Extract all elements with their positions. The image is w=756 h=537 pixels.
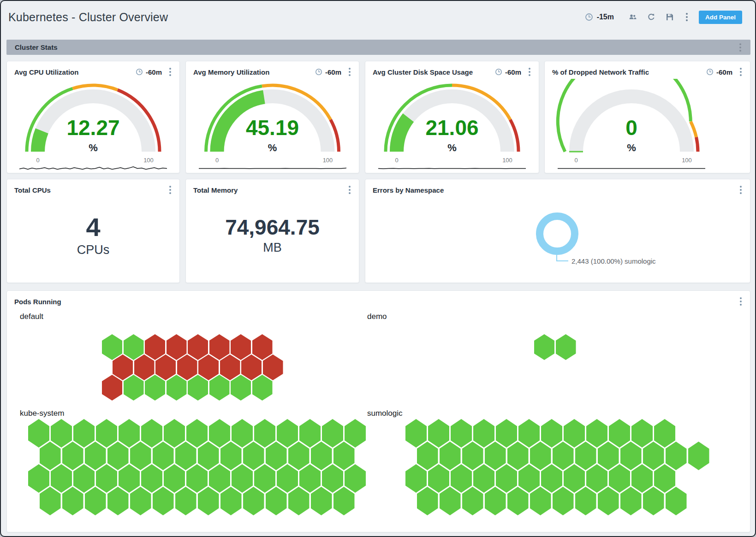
panel-title: Avg Memory Utilization	[193, 68, 269, 76]
pod-hexagon	[145, 334, 165, 360]
pod-hexagon	[188, 375, 208, 401]
pod-hexagon	[155, 354, 176, 380]
pod-hexagon	[518, 464, 540, 493]
svg-text:100: 100	[682, 157, 692, 164]
svg-text:0: 0	[395, 157, 398, 164]
pod-hexagon	[277, 464, 298, 493]
pod-hexagon	[220, 442, 242, 470]
pod-hexagon	[175, 487, 196, 515]
donut-chart	[536, 212, 578, 255]
pod-hexagon	[175, 442, 196, 470]
svg-text:100: 100	[323, 157, 333, 164]
pod-hexagon	[145, 375, 165, 401]
dashboard-time-range[interactable]: -15m	[584, 12, 614, 22]
panel-title: Avg Cluster Disk Space Usage	[373, 68, 473, 76]
pod-hexagon	[141, 464, 162, 493]
panel-time-range[interactable]: -60m	[136, 68, 162, 76]
gauge-chart: 45.19%0100	[186, 79, 359, 165]
pod-hexagon	[73, 419, 95, 448]
pod-hexagon	[209, 375, 230, 401]
pod-hexagon	[51, 464, 72, 493]
pod-hexagon	[254, 419, 275, 448]
pod-hexagon	[130, 442, 151, 470]
panel-total-cpus: Total CPUs 4 CPUs	[6, 179, 180, 283]
pod-hexagon	[620, 487, 642, 515]
pod-hexagon	[96, 464, 117, 493]
pod-hexagon	[252, 334, 273, 360]
pod-hexagon	[553, 487, 574, 515]
panel-menu-icon[interactable]	[167, 67, 174, 77]
honeycomb-chart: defaultdemokube-systemsumologic	[7, 308, 750, 532]
panel-time-range[interactable]: -60m	[315, 68, 341, 76]
panel-time-range[interactable]: -60m	[706, 68, 732, 76]
save-icon[interactable]	[665, 12, 675, 22]
pod-hexagon	[252, 375, 273, 401]
section-title: Cluster Stats	[15, 43, 58, 51]
dashboard-header: Kubernetes - Cluster Overview -15m Add P…	[1, 1, 755, 33]
share-users-icon[interactable]	[628, 12, 638, 22]
namespace-label: sumologic	[367, 409, 403, 418]
pod-hexagon	[134, 354, 155, 380]
svg-text:12.27: 12.27	[66, 116, 119, 140]
dashboard-menu-icon[interactable]	[683, 12, 691, 22]
panel-avg-cpu: Avg CPU Utilization -60m 12.27%0100	[6, 61, 180, 173]
panel-time-range[interactable]: -60m	[495, 68, 521, 76]
panel-menu-icon[interactable]	[526, 67, 533, 77]
pod-hexagon	[311, 442, 332, 470]
refresh-icon[interactable]	[646, 12, 656, 22]
section-menu-icon[interactable]	[737, 42, 744, 53]
add-panel-button[interactable]: Add Panel	[699, 11, 742, 24]
pod-hexagon	[231, 375, 251, 401]
panel-menu-icon[interactable]	[737, 67, 744, 77]
pod-hexagon	[586, 464, 607, 493]
panel-menu-icon[interactable]	[346, 67, 353, 77]
pod-hexagon	[241, 354, 262, 380]
pod-hexagon	[564, 464, 585, 493]
pod-hexagon	[85, 487, 106, 515]
panel-total-memory: Total Memory 74,964.75 MB	[185, 179, 359, 283]
clock-icon	[315, 68, 322, 76]
pod-hexagon	[440, 487, 461, 515]
pod-hexagon	[507, 442, 529, 470]
panel-menu-icon[interactable]	[737, 185, 744, 195]
svg-text:45.19: 45.19	[246, 116, 299, 140]
svg-text:%: %	[89, 142, 98, 153]
pod-hexagon	[609, 419, 630, 448]
panel-title: Errors by Namespace	[373, 186, 444, 194]
pod-hexagon	[609, 464, 630, 493]
pod-hexagon	[73, 464, 95, 493]
pod-hexagon	[288, 442, 310, 470]
section-cluster-stats[interactable]: Cluster Stats	[6, 40, 750, 55]
clock-icon	[706, 68, 714, 76]
pod-hexagon	[51, 419, 72, 448]
pod-hexagon	[311, 487, 332, 515]
pod-hexagon	[485, 487, 506, 515]
clock-icon	[584, 12, 594, 22]
sparkline-chart	[186, 165, 359, 173]
pod-hexagon	[188, 334, 208, 360]
pod-hexagon	[598, 442, 619, 470]
pod-hexagon	[345, 419, 366, 448]
pod-hexagon	[263, 354, 283, 380]
pod-hexagon	[417, 487, 438, 515]
pod-hexagon	[451, 464, 472, 493]
pod-hexagon	[164, 419, 185, 448]
pod-hexagon	[119, 419, 140, 448]
pod-hexagon	[130, 487, 151, 515]
total-memory-unit: MB	[263, 241, 282, 255]
pod-hexagon	[288, 487, 310, 515]
panel-menu-icon[interactable]	[737, 296, 744, 307]
total-cpus-unit: CPUs	[77, 243, 110, 257]
pod-hexagon	[299, 464, 321, 493]
pod-hexagon	[345, 464, 366, 493]
pod-hexagon	[405, 464, 427, 493]
pod-hexagon	[107, 442, 129, 470]
gauge-chart: 0%0100	[545, 79, 718, 165]
pod-hexagon	[113, 354, 133, 380]
pod-hexagon	[534, 334, 554, 360]
panel-pods-running: Pods Running defaultdemokube-systemsumol…	[6, 290, 750, 532]
pod-hexagon	[167, 334, 187, 360]
pod-hexagon	[266, 442, 287, 470]
pod-hexagon	[556, 334, 576, 360]
pod-hexagon	[96, 419, 117, 448]
